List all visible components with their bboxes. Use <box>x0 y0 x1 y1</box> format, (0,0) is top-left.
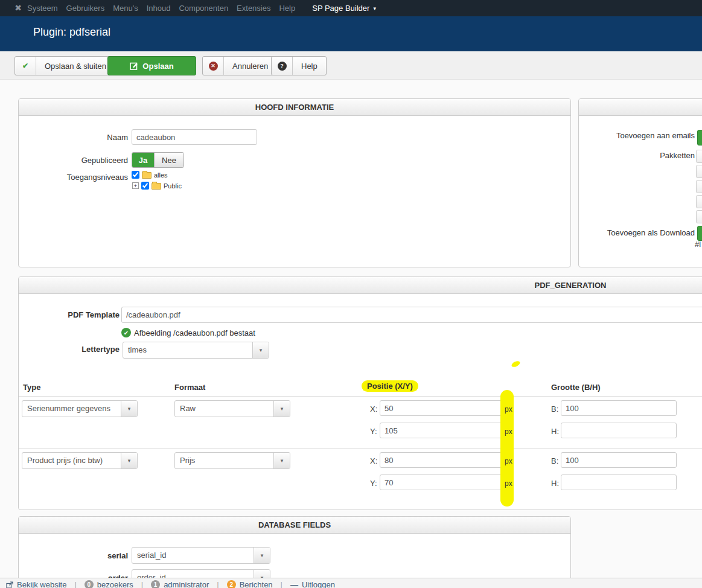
pakket-option[interactable] <box>696 210 702 223</box>
visitors-count-badge: 0 <box>85 580 94 588</box>
gepubliceerd-label: Gepubliceerd <box>19 156 128 165</box>
published-toggle: Ja Nee <box>132 152 184 168</box>
footer-separator: | <box>141 580 143 588</box>
nav-item-inhoud[interactable]: Inhoud <box>142 0 175 16</box>
footer-separator: | <box>281 580 282 588</box>
nav-item-help[interactable]: Help <box>275 0 299 16</box>
row2-h-input[interactable] <box>561 475 677 490</box>
row2-formaat-select-button[interactable]: ▾ <box>273 453 290 468</box>
pakketten-label: Pakketten <box>579 151 695 160</box>
cancel-icon: ✕ <box>209 62 218 71</box>
help-button[interactable]: ? Help <box>271 56 327 75</box>
template-status-text: Afbeelding /cadeaubon.pdf bestaat <box>134 328 255 337</box>
row2-y-input[interactable] <box>380 475 503 490</box>
row1-formaat-select-button[interactable]: ▾ <box>273 401 290 417</box>
row1-x-input[interactable] <box>380 400 503 416</box>
caret-down-icon: ▾ <box>261 552 264 558</box>
save-close-button[interactable]: ✔ Opslaan & sluiten <box>14 56 115 75</box>
visitors-link[interactable]: 0 bezoekers <box>85 580 133 588</box>
row1-type-select-button[interactable]: ▾ <box>121 401 137 417</box>
logout-icon: — <box>290 580 298 588</box>
column-header-type: Type <box>23 383 40 392</box>
row2-formaat-select[interactable]: Prijs ▾ <box>174 452 290 469</box>
panel-hoofd-informatie-title: HOOFD INFORMATIE <box>255 103 334 112</box>
view-website-label: Bekijk website <box>17 580 66 588</box>
pdf-template-input[interactable] <box>121 307 702 323</box>
serial-value: serial_id <box>132 548 254 563</box>
nav-item-menus[interactable]: Menu's <box>109 0 142 16</box>
row-divider <box>19 396 702 397</box>
save-button[interactable]: Opslaan <box>107 56 196 75</box>
column-header-formaat: Formaat <box>174 383 205 392</box>
px-unit-label: px <box>505 479 512 488</box>
row1-type-value: Serienummer gegevens <box>22 401 121 417</box>
logout-link[interactable]: — Uitloggen <box>290 580 335 588</box>
caret-down-icon: ▾ <box>128 406 131 412</box>
nav-item-gebruikers[interactable]: Gebruikers <box>62 0 109 16</box>
view-website-link[interactable]: Bekijk website <box>6 580 66 588</box>
panel-database-fields-title: DATABASE FIELDS <box>258 520 331 529</box>
row1-y-input[interactable] <box>380 423 503 438</box>
published-yes-button[interactable]: Ja <box>132 153 154 167</box>
row2-x-input[interactable] <box>380 452 503 468</box>
pakket-option[interactable] <box>696 150 702 163</box>
row1-type-select[interactable]: Serienummer gegevens ▾ <box>22 400 138 417</box>
lettertype-select[interactable]: times ▾ <box>123 342 269 359</box>
joomla-logo-icon[interactable]: ✖ <box>13 0 23 16</box>
save-label: Opslaan <box>142 62 173 71</box>
row1-formaat-select[interactable]: Raw ▾ <box>174 400 290 417</box>
lettertype-select-button[interactable]: ▾ <box>252 342 269 358</box>
pakket-option[interactable] <box>696 165 702 178</box>
column-header-positie: Positie (X/Y) <box>362 380 418 392</box>
pakket-option[interactable] <box>696 195 702 208</box>
nav-item-componenten[interactable]: Componenten <box>174 0 232 16</box>
footer-separator: | <box>217 580 219 588</box>
tree-label-public: Public <box>164 182 182 190</box>
pdf-template-label: PDF Template <box>19 310 120 319</box>
folder-icon <box>142 172 152 179</box>
nav-item-systeem[interactable]: Systeem <box>23 0 62 16</box>
success-check-icon: ✔ <box>121 328 131 337</box>
row1-h-input[interactable] <box>561 423 677 438</box>
access-public-checkbox[interactable] <box>141 182 149 190</box>
access-alles-checkbox[interactable] <box>132 171 139 179</box>
emails-toggle[interactable] <box>697 130 702 145</box>
help-label: Help <box>293 62 326 71</box>
caret-down-icon: ▾ <box>281 458 284 464</box>
external-link-icon <box>6 581 13 588</box>
tree-row-public: + Public <box>132 181 182 190</box>
logout-label: Uitloggen <box>302 580 335 588</box>
nav-item-extensies[interactable]: Extensies <box>232 0 275 16</box>
messages-link[interactable]: 2 Berichten <box>227 580 273 588</box>
px-unit-label: px <box>505 457 512 465</box>
serial-select-button[interactable]: ▾ <box>254 548 270 563</box>
folder-icon <box>152 183 161 190</box>
pakket-option[interactable] <box>696 180 702 193</box>
toevoegen-emails-label: Toevoegen aan emails <box>579 131 695 140</box>
serial-select[interactable]: serial_id ▾ <box>132 547 270 564</box>
row2-type-select-button[interactable]: ▾ <box>121 453 137 468</box>
administrators-link[interactable]: 1 administrator <box>151 580 209 588</box>
nav-item-sp-page-builder[interactable]: SP Page Builder ▾ <box>308 4 380 13</box>
row1-y-label: Y: <box>370 427 377 436</box>
row1-x-label: X: <box>370 404 377 414</box>
visitors-label: bezoekers <box>97 580 133 588</box>
row1-b-input[interactable] <box>561 400 677 416</box>
download-toggle[interactable] <box>697 226 702 241</box>
row2-h-label: H: <box>551 479 559 488</box>
row2-formaat-value: Prijs <box>175 453 273 468</box>
tree-row-alles: alles <box>132 170 182 179</box>
panel-database-fields-header: DATABASE FIELDS <box>19 517 570 534</box>
save-icon <box>130 62 138 70</box>
cancel-button[interactable]: ✕ Annuleren <box>202 56 277 75</box>
panel-pdf-generation: PDF_GENERATION PDF Template ✔ Afbeelding… <box>18 276 702 510</box>
pakketten-list <box>696 150 702 225</box>
published-no-button[interactable]: Nee <box>154 153 183 167</box>
row2-b-input[interactable] <box>561 452 677 468</box>
panel-pdf-generation-title: PDF_GENERATION <box>535 281 607 290</box>
panel-hoofd-informatie-header: HOOFD INFORMATIE <box>19 99 570 116</box>
footer-separator: | <box>74 580 76 588</box>
row2-type-select[interactable]: Product prijs (inc btw) ▾ <box>22 452 138 469</box>
naam-input[interactable] <box>132 129 257 145</box>
expand-icon[interactable]: + <box>132 182 139 189</box>
